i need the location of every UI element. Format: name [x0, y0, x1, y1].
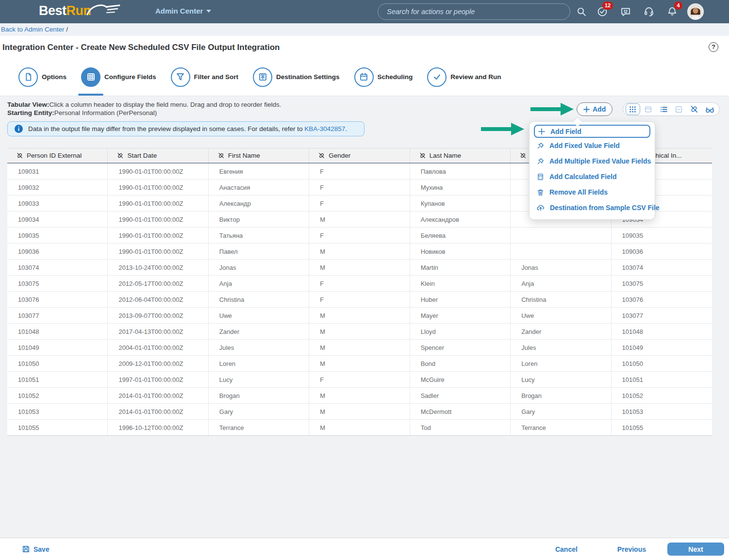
cell-person-id-bio: 103075 [612, 276, 712, 291]
cell-last-name: Купанов [410, 196, 511, 211]
menu-item-add-calculated-field[interactable]: Add Calculated Field [530, 169, 655, 184]
cell-last-name: Klein [410, 276, 511, 291]
cell-preferred-name: Jules [511, 340, 611, 355]
wizard-step-filter-and-sort[interactable]: Filter and Sort [171, 58, 239, 96]
headset-icon[interactable] [643, 6, 655, 17]
view-instructions: Tabular View:Click a column header to di… [7, 100, 282, 117]
cell-gender: F [309, 276, 410, 291]
cell-first-name: Anja [209, 276, 309, 291]
kba-link[interactable]: KBA-3042857 [304, 125, 345, 132]
cell-start-date: 1996-10-12T00:00:00Z [108, 420, 208, 435]
cell-person-id-external: 103076 [7, 292, 108, 307]
column-header-label: Last Name [430, 152, 461, 159]
cell-person-id-bio: 101050 [612, 356, 712, 371]
column-header[interactable]: Last Name [410, 148, 511, 163]
table-row: 109035 1990-01-01T00:00:00Z Татьяна F Бе… [7, 228, 712, 244]
top-navbar: BestRun Admin Center 12 [0, 0, 729, 23]
cell-first-name: Евгения [209, 164, 309, 179]
cell-last-name: Lloyd [410, 324, 511, 339]
cell-first-name: Brogan [209, 388, 309, 403]
cell-preferred-name: Gary [511, 404, 611, 419]
cell-gender: M [309, 340, 410, 355]
wizard-step-destination-settings[interactable]: Destination Settings [253, 58, 340, 96]
add-button[interactable]: Add [577, 102, 613, 116]
wizard-step-review-and-run[interactable]: Review and Run [427, 58, 501, 96]
grid-view-button[interactable] [626, 103, 640, 115]
menu-item-remove-all-fields[interactable]: Remove All Fields [530, 184, 655, 200]
cell-last-name: Mayer [410, 308, 511, 323]
calculator-icon [537, 173, 544, 181]
wizard-step-options[interactable]: Options [18, 58, 66, 96]
table-row: 103075 2012-05-17T00:00:00Z Anja F Klein… [7, 276, 712, 292]
unlink-icon [16, 152, 23, 159]
table-row: 101050 2009-12-01T00:00:00Z Loren M Bond… [7, 356, 712, 372]
funnel-icon [171, 67, 190, 87]
cell-person-id-external: 109031 [7, 164, 108, 179]
tabular-view-label: Tabular View: [7, 101, 50, 108]
column-header-label: Person ID External [27, 152, 82, 159]
document-icon [18, 67, 38, 87]
cell-first-name: Виктор [209, 212, 309, 227]
cell-last-name: Беляева [410, 228, 511, 243]
cell-preferred-name: Anja [511, 276, 611, 291]
cell-person-id-bio: 101053 [612, 404, 712, 419]
column-header[interactable]: Start Date [108, 148, 208, 163]
footer-bar: Save Cancel Previous Next [0, 538, 729, 560]
panel-view-button[interactable] [641, 103, 655, 115]
wizard-steps: Options Configure Fields Filter and Sort… [0, 58, 729, 96]
cell-gender: M [309, 244, 410, 259]
wizard-step-scheduling[interactable]: Scheduling [354, 58, 413, 96]
menu-item-add-multiple-fixed-value-fields[interactable]: Add Multiple Fixed Value Fields [530, 153, 655, 169]
cell-gender: F [309, 180, 410, 195]
starting-entity-text: Personal Information (PerPersonal) [54, 109, 157, 116]
table-row: 103074 2013-10-24T00:00:00Z Jonas M Mart… [7, 260, 712, 276]
search-icon[interactable] [576, 6, 587, 17]
chat-icon[interactable] [620, 6, 631, 17]
step-label: Configure Fields [104, 73, 156, 81]
admin-center-menu[interactable]: Admin Center [155, 7, 211, 15]
menu-item-add-fixed-value-field[interactable]: Add Fixed Value Field [530, 138, 655, 153]
cell-start-date: 1990-01-01T00:00:00Z [108, 164, 208, 179]
cell-start-date: 2014-01-01T00:00:00Z [108, 388, 208, 403]
search-input[interactable] [378, 3, 570, 20]
cell-person-id-bio: 103074 [612, 260, 712, 275]
column-header[interactable]: First Name [209, 148, 309, 163]
list-view-button[interactable] [656, 103, 671, 115]
preview-glasses-button[interactable] [702, 103, 717, 115]
cell-start-date: 2004-01-01T00:00:00Z [108, 340, 208, 355]
active-step-indicator [78, 94, 103, 96]
user-avatar[interactable] [687, 3, 704, 20]
cell-first-name: Jonas [209, 260, 309, 275]
menu-item-add-field[interactable]: Add Field [534, 125, 650, 138]
column-header[interactable]: Gender [309, 148, 410, 163]
breadcrumb: Back to Admin Center / [0, 23, 729, 36]
cell-person-id-external: 109036 [7, 244, 108, 259]
cell-person-id-external: 109035 [7, 228, 108, 243]
cell-person-id-external: 101052 [7, 388, 108, 403]
previous-button[interactable]: Previous [617, 545, 646, 553]
cell-person-id-bio: 103076 [612, 292, 712, 307]
save-button[interactable]: Save [22, 545, 50, 553]
cell-preferred-name: Terrance [511, 420, 611, 435]
step-label: Review and Run [450, 73, 501, 81]
table-row: 101052 2014-01-01T00:00:00Z Brogan M Sad… [7, 388, 712, 404]
check-icon [427, 67, 447, 87]
cancel-button[interactable]: Cancel [555, 545, 578, 553]
cell-first-name: Christina [209, 292, 309, 307]
cell-start-date: 2012-06-04T00:00:00Z [108, 292, 208, 307]
unlink-icon [318, 152, 325, 159]
collapse-button[interactable] [672, 103, 686, 115]
pushpin-icon [537, 158, 544, 165]
wizard-step-configure-fields[interactable]: Configure Fields [81, 58, 156, 96]
cell-gender: F [309, 164, 410, 179]
column-header-label: Gender [329, 152, 350, 159]
help-icon[interactable]: ? [709, 42, 718, 52]
next-button[interactable]: Next [667, 543, 724, 556]
cell-gender: F [309, 228, 410, 243]
menu-item-destination-from-sample-csv[interactable]: Destination from Sample CSV File [530, 200, 655, 215]
unlink-fields-button[interactable] [687, 103, 701, 115]
back-to-admin-center-link[interactable]: Back to Admin Center [1, 26, 65, 33]
alerts-badge: 4 [674, 1, 682, 10]
pointer-arrow-add-button [530, 103, 574, 115]
column-header[interactable]: Person ID External [7, 148, 108, 163]
